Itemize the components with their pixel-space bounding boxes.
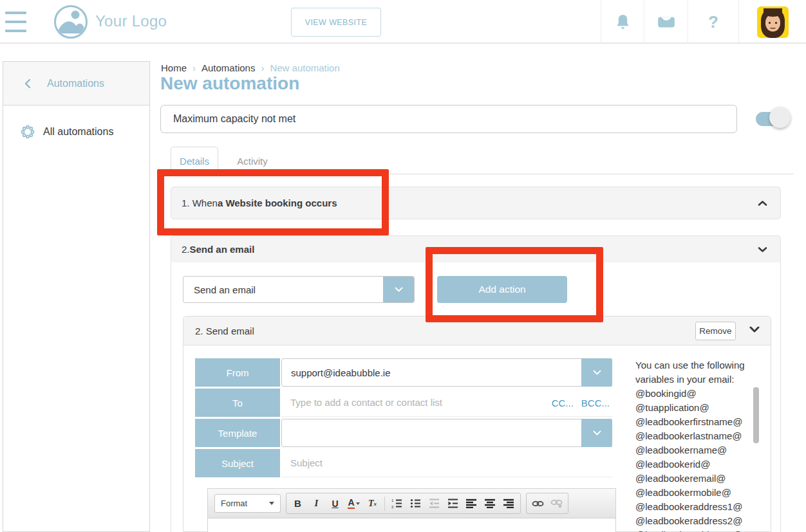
format-dropdown-label: Format (221, 499, 247, 508)
sidebar-item-all-automations[interactable]: All automations (3, 117, 149, 147)
align-center-icon (485, 499, 496, 508)
outdent-button[interactable] (425, 495, 444, 512)
template-select-chevron[interactable] (581, 419, 612, 447)
action-type-select[interactable]: Send an email (183, 276, 415, 303)
breadcrumb-home[interactable]: Home (161, 62, 187, 73)
format-dropdown[interactable]: Format (214, 494, 281, 513)
remove-format-x: x (374, 500, 377, 507)
bullet-list-button[interactable] (406, 495, 425, 512)
subject-input[interactable]: Subject (281, 449, 612, 477)
question-mark-icon: ? (708, 12, 718, 32)
tabs-divider (160, 174, 794, 174)
chevron-down-icon[interactable] (749, 326, 760, 333)
insert-link-button[interactable] (529, 495, 547, 512)
variable-item: @leadbookerid@ (635, 457, 764, 472)
inbox-button[interactable] (644, 0, 688, 44)
align-right-icon (503, 499, 514, 508)
send-email-panel-header[interactable]: 2. Send email Remove (183, 316, 771, 345)
align-right-button[interactable] (500, 495, 518, 512)
help-button[interactable]: ? (688, 0, 738, 44)
notifications-button[interactable] (601, 0, 644, 44)
trigger-section-prefix: 1. When (182, 197, 218, 208)
sidebar-back-header[interactable]: Automations (3, 62, 149, 105)
top-header: Your Logo VIEW WEBSITE ? (0, 0, 806, 44)
from-select[interactable]: support@ideabubble.ie (281, 358, 612, 387)
from-select-chevron[interactable] (581, 358, 612, 387)
bell-icon (615, 14, 631, 31)
variables-scrollbar-thumb[interactable] (753, 387, 759, 443)
send-email-panel-title: 2. Send email (195, 326, 254, 336)
automation-enabled-toggle-knob[interactable] (769, 107, 791, 128)
template-row: Template (195, 419, 612, 447)
chevron-down-icon[interactable] (758, 246, 767, 252)
align-left-button[interactable] (462, 495, 481, 512)
add-action-button[interactable]: Add action (437, 276, 567, 303)
automation-flower-icon (21, 125, 35, 139)
from-row: From support@ideabubble.ie (195, 358, 612, 387)
remove-format-button[interactable]: Tx (363, 495, 382, 512)
underline-button[interactable]: U (326, 495, 344, 512)
breadcrumb: Home › Automations › New automation (161, 62, 340, 73)
account-menu[interactable] (738, 0, 806, 44)
remove-link-button[interactable] (547, 495, 566, 512)
subject-row: Subject Subject (195, 449, 612, 477)
chevron-left-icon (24, 78, 31, 89)
view-website-button[interactable]: VIEW WEBSITE (291, 8, 381, 37)
tab-details[interactable]: Details (171, 147, 218, 175)
breadcrumb-automations[interactable]: Automations (202, 62, 255, 73)
page-title: New automation (160, 73, 299, 94)
trigger-section-header[interactable]: 1. When a Website booking occurs (171, 187, 781, 219)
unlink-icon (550, 499, 563, 508)
variable-item: @leadbookeraddress2@ (635, 514, 764, 528)
breadcrumb-separator: › (192, 62, 196, 73)
action-section-header[interactable]: 2. Send an email (171, 235, 781, 263)
sidebar: Automations All automations (3, 61, 150, 532)
variable-item: @bookingid@ (635, 387, 764, 401)
action-section-prefix: 2. (182, 244, 190, 255)
editor-content-area[interactable] (208, 518, 615, 532)
user-avatar[interactable] (757, 6, 789, 38)
automation-name-input[interactable] (160, 105, 737, 133)
svg-text:1: 1 (391, 499, 394, 502)
indent-button[interactable] (444, 495, 462, 512)
dropdown-arrow-icon (269, 502, 274, 505)
subject-placeholder: Subject (290, 457, 323, 468)
bcc-link[interactable]: BCC... (581, 398, 610, 408)
hamburger-menu-icon[interactable] (5, 12, 27, 32)
link-group (526, 493, 568, 514)
bold-button[interactable]: B (288, 495, 307, 512)
variables-intro-line: You can use the following (635, 358, 764, 372)
variable-item: @tuapplication@ (635, 401, 764, 415)
tab-activity[interactable]: Activity (218, 147, 286, 175)
main-content: Home › Automations › New automation New … (160, 61, 794, 532)
ordered-list-icon: 12 (391, 498, 402, 509)
remove-action-button[interactable]: Remove (695, 322, 736, 340)
variable-item: @leadbookeraddress1@ (635, 500, 764, 514)
chevron-down-icon (395, 287, 403, 292)
action-type-value: Send an email (194, 284, 256, 295)
chevron-up-icon[interactable] (758, 200, 767, 206)
bullet-list-icon (410, 498, 421, 509)
action-type-select-chevron[interactable] (383, 277, 414, 302)
outdent-icon (429, 498, 440, 509)
text-color-button[interactable]: A (344, 495, 363, 512)
subject-label: Subject (195, 449, 280, 477)
link-icon (532, 500, 544, 508)
variable-item: @leadbookerlastname@ (635, 429, 764, 443)
from-label: From (195, 358, 280, 387)
template-select[interactable] (281, 419, 612, 447)
svg-text:2: 2 (391, 505, 394, 509)
text-color-letter: A (348, 498, 354, 509)
dropdown-arrow-icon (356, 502, 360, 505)
from-value: support@ideabubble.ie (291, 367, 391, 378)
cc-link[interactable]: CC... (552, 398, 574, 408)
variable-item: @leadbookeraddress3@ (635, 528, 764, 532)
breadcrumb-current: New automation (270, 62, 339, 73)
inbox-tray-icon (657, 14, 676, 30)
ordered-list-button[interactable]: 12 (388, 495, 406, 512)
logo-image-icon[interactable] (54, 5, 88, 39)
to-row: To Type to add a contact or contact list… (195, 389, 612, 417)
italic-button[interactable]: I (307, 495, 326, 512)
align-left-icon (466, 499, 477, 508)
align-center-button[interactable] (481, 495, 500, 512)
